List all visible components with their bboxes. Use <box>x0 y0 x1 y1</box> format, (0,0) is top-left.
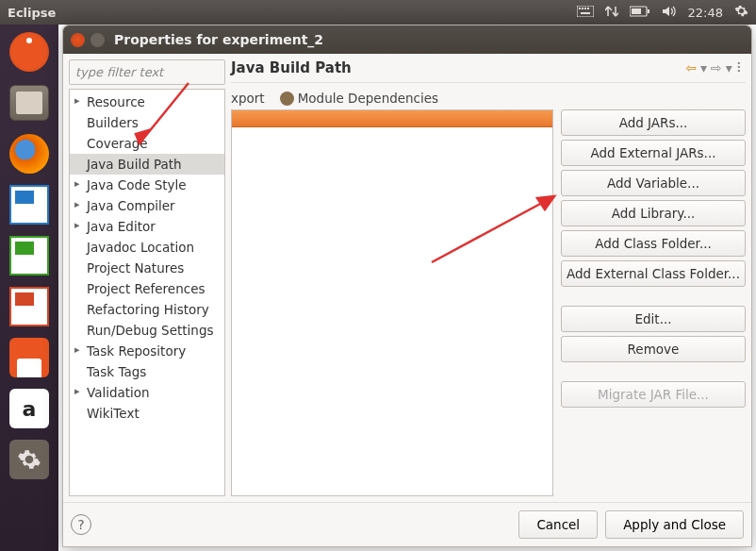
libreoffice-writer-icon[interactable] <box>4 181 55 228</box>
svg-rect-2 <box>582 8 583 9</box>
dialog-title: Properties for experiment_2 <box>114 32 323 47</box>
apply-and-close-button[interactable]: Apply and Close <box>605 510 744 539</box>
tree-item-project-natures[interactable]: Project Natures <box>70 258 224 278</box>
tree-item-java-build-path[interactable]: Java Build Path <box>70 154 224 175</box>
add-external-class-folder-button[interactable]: Add External Class Folder... <box>561 260 746 287</box>
tree-item-wikitext[interactable]: WikiText <box>70 403 224 424</box>
cancel-button[interactable]: Cancel <box>518 510 598 539</box>
tree-item-builders[interactable]: Builders <box>70 112 224 133</box>
settings-icon[interactable] <box>4 436 55 483</box>
clock[interactable]: 22:48 <box>688 6 723 20</box>
dialog-footer: ? Cancel Apply and Close <box>63 502 751 546</box>
view-menu-icon[interactable]: ⠇ <box>736 60 746 75</box>
tree-item-validation[interactable]: Validation <box>70 382 224 403</box>
category-tree[interactable]: ResourceBuildersCoverageJava Build PathJ… <box>69 89 225 496</box>
forward-menu-icon: ▾ <box>726 60 732 75</box>
libreoffice-impress-icon[interactable] <box>4 283 55 330</box>
volume-icon[interactable] <box>662 5 677 21</box>
module-icon <box>280 92 294 106</box>
add-class-folder-button[interactable]: Add Class Folder... <box>561 230 746 257</box>
tree-item-resource[interactable]: Resource <box>70 92 224 112</box>
list-header <box>232 110 552 127</box>
system-tray: 22:48 <box>577 4 748 21</box>
software-center-icon[interactable] <box>4 334 55 381</box>
tab-module-dependencies[interactable]: Module Dependencies <box>280 91 438 106</box>
firefox-icon[interactable] <box>4 130 55 177</box>
ubuntu-dash-icon[interactable] <box>4 28 55 75</box>
tree-item-java-editor[interactable]: Java Editor <box>70 216 224 237</box>
svg-rect-1 <box>579 8 581 9</box>
tree-item-project-references[interactable]: Project References <box>70 278 224 299</box>
add-external-jars-button[interactable]: Add External JARs... <box>561 140 746 166</box>
forward-icon: ⇨ <box>711 60 722 75</box>
svg-rect-0 <box>577 6 594 17</box>
tree-item-refactoring-history[interactable]: Refactoring History <box>70 299 224 320</box>
app-name: Eclipse <box>8 6 56 20</box>
tree-item-task-repository[interactable]: Task Repository <box>70 341 224 361</box>
svg-rect-5 <box>581 12 590 14</box>
tree-item-coverage[interactable]: Coverage <box>70 133 224 154</box>
main-panel: Java Build Path ⇦ ▾ ⇨ ▾ ⠇ xport Module D… <box>231 59 746 496</box>
add-jars-button[interactable]: Add JARs... <box>561 109 746 136</box>
svg-rect-7 <box>648 9 649 13</box>
migrate-jar-button: Migrate JAR File... <box>561 381 746 408</box>
close-icon[interactable] <box>71 33 85 47</box>
back-icon[interactable]: ⇦ <box>685 60 697 75</box>
files-icon[interactable] <box>4 79 55 126</box>
amazon-icon[interactable]: a <box>4 385 55 432</box>
tree-item-javadoc-location[interactable]: Javadoc Location <box>70 237 224 258</box>
button-column: Add JARs... Add External JARs... Add Var… <box>561 109 746 496</box>
remove-button[interactable]: Remove <box>561 336 746 362</box>
edit-button[interactable]: Edit... <box>561 306 746 332</box>
network-icon[interactable] <box>605 5 618 21</box>
svg-rect-8 <box>632 8 641 14</box>
tree-item-java-compiler[interactable]: Java Compiler <box>70 195 224 216</box>
keyboard-icon[interactable] <box>577 6 594 20</box>
tab-xport[interactable]: xport <box>231 91 265 106</box>
gear-icon[interactable] <box>734 4 748 21</box>
page-title: Java Build Path <box>231 59 352 76</box>
svg-rect-4 <box>587 8 589 9</box>
libreoffice-calc-icon[interactable] <box>4 232 55 279</box>
system-topbar: Eclipse 22:48 <box>0 0 756 25</box>
tree-item-java-code-style[interactable]: Java Code Style <box>70 175 224 195</box>
tree-item-task-tags[interactable]: Task Tags <box>70 361 224 382</box>
battery-icon[interactable] <box>630 6 650 20</box>
add-library-button[interactable]: Add Library... <box>561 200 746 226</box>
sidebar: type filter text ResourceBuildersCoverag… <box>69 59 225 496</box>
tree-item-run-debug-settings[interactable]: Run/Debug Settings <box>70 320 224 341</box>
back-menu-icon[interactable]: ▾ <box>700 60 707 75</box>
dialog-titlebar[interactable]: Properties for experiment_2 <box>63 25 751 54</box>
properties-dialog: Properties for experiment_2 type filter … <box>62 25 752 547</box>
svg-rect-3 <box>584 8 586 9</box>
unity-launcher: a <box>0 25 58 551</box>
jar-list[interactable] <box>231 109 553 496</box>
minimize-icon[interactable] <box>90 33 105 47</box>
add-variable-button[interactable]: Add Variable... <box>561 170 746 196</box>
help-icon[interactable]: ? <box>71 514 91 535</box>
tab-bar: xport Module Dependencies <box>231 83 746 109</box>
filter-input[interactable]: type filter text <box>69 59 225 85</box>
